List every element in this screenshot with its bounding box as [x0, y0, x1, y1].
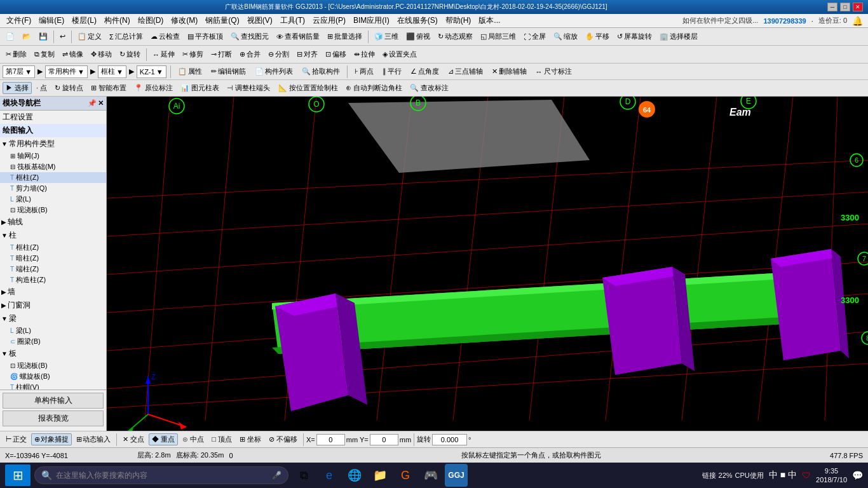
tree-opening[interactable]: ▶门窗洞 [0, 299, 106, 312]
merge-btn[interactable]: ⊕合并 [236, 48, 264, 61]
taskbar-app-edge[interactable]: e [318, 464, 341, 487]
trim-btn[interactable]: ✂修剪 [179, 48, 207, 61]
taskbar-app-ie[interactable]: 🌐 [343, 464, 366, 487]
close-button[interactable]: ✕ [853, 3, 863, 11]
ortho-btn[interactable]: ⊢正交 [3, 433, 30, 445]
tree-slab-cast[interactable]: ⊡现浇板(B) [0, 360, 106, 371]
point-draw-btn[interactable]: · 点 [33, 82, 50, 94]
menu-bim[interactable]: BIM应用(I) [349, 14, 393, 27]
parallel-btn[interactable]: ∥平行 [379, 65, 405, 78]
vertex-btn[interactable]: □ 顶点 [208, 433, 235, 445]
menu-tools[interactable]: 工具(T) [276, 14, 309, 27]
mirror-btn[interactable]: ⇌镜像 [59, 48, 86, 61]
dimension-btn[interactable]: ↔尺寸标注 [532, 65, 575, 78]
zoom-btn[interactable]: 🔍缩放 [550, 30, 581, 43]
canvas-area[interactable]: Ai O B D E 6 7 8 3300 3300 Z [107, 97, 868, 431]
tree-item-beam[interactable]: L梁(L) [0, 194, 106, 205]
tree-col-frame[interactable]: T框柱(Z) [0, 242, 106, 253]
sidebar-draw-input[interactable]: 绘图输入 [0, 124, 106, 137]
coord-btn[interactable]: ⊞ 坐标 [236, 433, 264, 445]
tree-col-end[interactable]: T端柱(Z) [0, 264, 106, 274]
floor-align-btn[interactable]: ▤平齐板顶 [184, 30, 226, 43]
tree-slabgroup[interactable]: ▼板 [0, 347, 106, 360]
auto-corner-btn[interactable]: ⊕ 自动判断边角柱 [342, 82, 405, 94]
open-btn[interactable]: 📂 [19, 30, 34, 43]
single-component-btn[interactable]: 单构件输入 [3, 393, 104, 409]
view-rebar-btn[interactable]: 👁查看钢筋量 [273, 30, 323, 43]
intersection-btn[interactable]: ✕ 交点 [119, 433, 147, 445]
batch-select-btn[interactable]: ⊞批量选择 [324, 30, 365, 43]
notifications-icon[interactable]: 💬 [852, 470, 863, 480]
new-btn[interactable]: 📄 [3, 30, 18, 43]
tree-column[interactable]: ▼柱 [0, 229, 106, 242]
sub-type-selector[interactable]: 框柱▼ [98, 65, 126, 78]
tree-col-struct[interactable]: T构造柱(Z) [0, 274, 106, 285]
element-selector[interactable]: KZ-1▼ [137, 65, 166, 78]
extend-btn[interactable]: ↔延伸 [149, 48, 178, 61]
menu-help[interactable]: 帮助(H) [442, 14, 475, 27]
menu-modify[interactable]: 修改(M) [167, 14, 201, 27]
offset-btn[interactable]: ⊡偏移 [322, 48, 349, 61]
save-btn[interactable]: 💾 [36, 30, 51, 43]
taskbar-app-explorer[interactable]: 📁 [369, 464, 391, 487]
screen-rotate-btn[interactable]: ↺屏幕旋转 [614, 30, 655, 43]
midpoint-btn[interactable]: ◆ 重点 [149, 433, 178, 445]
menu-cloud[interactable]: 云应用(P) [309, 14, 349, 27]
copy-btn[interactable]: ⧉复制 [31, 48, 58, 61]
property-btn[interactable]: 📋属性 [175, 65, 205, 78]
point-angle-btn[interactable]: ∠点角度 [407, 65, 442, 78]
tree-beamgroup[interactable]: ▼梁 [0, 312, 106, 325]
network-icon[interactable]: 链接 [702, 471, 716, 480]
sidebar-project-settings[interactable]: 工程设置 [0, 111, 106, 124]
element-table-btn[interactable]: 📊 图元柱表 [177, 82, 222, 94]
tree-item-shear-wall[interactable]: T剪力墙(Q) [0, 183, 106, 194]
menu-component[interactable]: 构件(N) [100, 14, 134, 27]
cloud-check-btn[interactable]: ☁云检查 [147, 30, 183, 43]
tree-item-axis[interactable]: ⊞轴网(J) [0, 151, 106, 161]
center-btn[interactable]: ⊙ 中点 [179, 433, 207, 445]
sidebar-close-icon[interactable]: ✕ [98, 99, 104, 107]
taskbar-app-glodon[interactable]: G [394, 464, 417, 487]
menu-rebar[interactable]: 钢筋量(Q) [201, 14, 243, 27]
delete-axis-btn[interactable]: ✕删除辅轴 [489, 65, 530, 78]
set-grip-btn[interactable]: ◈设置夹点 [379, 48, 420, 61]
x-input[interactable] [316, 434, 345, 445]
taskbar-search[interactable]: 🔍 在这里输入你要搜索的内容 🎤 [34, 466, 288, 484]
rotate-btn[interactable]: ↻旋转 [116, 48, 144, 61]
tree-item-slab[interactable]: ⊡现浇板(B) [0, 205, 106, 215]
component-list-btn[interactable]: 📄构件列表 [252, 65, 296, 78]
taskbar-app-taskview[interactable]: ⧉ [292, 464, 315, 487]
in-place-label-btn[interactable]: 📍 原位标注 [131, 82, 176, 94]
dynamic-input-btn[interactable]: ⊞动态输入 [73, 433, 114, 445]
move-btn[interactable]: ✥移动 [88, 48, 115, 61]
split-btn[interactable]: ⊖分割 [265, 48, 292, 61]
tree-item-raft[interactable]: ⊟筏板基础(M) [0, 161, 106, 172]
undo-btn[interactable]: ↩ [57, 30, 69, 43]
adjust-end-btn[interactable]: ⊣ 调整柱端头 [224, 82, 273, 94]
pan-btn[interactable]: ✋平移 [582, 30, 613, 43]
tree-col-cap[interactable]: T柱帽(V) [0, 382, 106, 390]
menu-floor[interactable]: 楼层(L) [68, 14, 100, 27]
floor-selector[interactable]: 第7层▼ [3, 65, 35, 78]
menu-edit[interactable]: 编辑(E) [35, 14, 68, 27]
pick-component-btn[interactable]: 🔍拾取构件 [299, 65, 343, 78]
delete-btn[interactable]: ✂删除 [3, 48, 30, 61]
define-btn[interactable]: 📋定义 [74, 30, 105, 43]
rotate-input[interactable] [432, 434, 467, 445]
start-button[interactable]: ⊞ [5, 464, 31, 486]
rotate-point-btn[interactable]: ↻ 旋转点 [51, 82, 86, 94]
three-point-axis-btn[interactable]: ⊿三点辅轴 [445, 65, 486, 78]
tree-beam-ring[interactable]: ⊂圈梁(B) [0, 336, 106, 347]
maximize-button[interactable]: □ [840, 3, 850, 11]
top-view-btn[interactable]: ⬛俯视 [403, 30, 433, 43]
break-btn[interactable]: ⊸打断 [208, 48, 235, 61]
menu-draw[interactable]: 绘图(D) [134, 14, 168, 27]
clock-display[interactable]: 9:35 2018/7/10 [816, 466, 847, 485]
two-point-btn[interactable]: ⊦两点 [351, 65, 377, 78]
3d-btn[interactable]: 🧊三维 [371, 30, 402, 43]
local-3d-btn[interactable]: ◱局部三维 [477, 30, 519, 43]
tree-beam-l[interactable]: L梁(L) [0, 325, 106, 336]
tree-common-components[interactable]: ▼常用构件类型 [0, 137, 106, 151]
tree-wall[interactable]: ▶墙 [0, 285, 106, 299]
sidebar-pin-icon[interactable]: 📌 [88, 99, 97, 107]
